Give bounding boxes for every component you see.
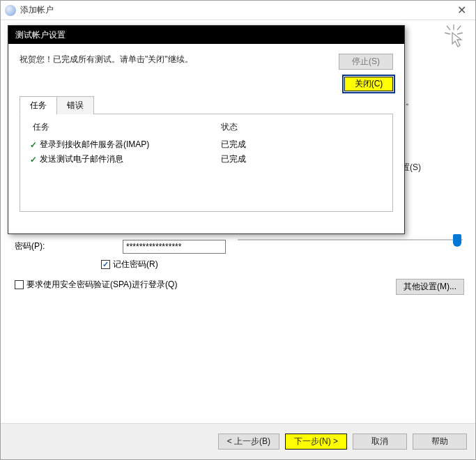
- cancel-button[interactable]: 取消: [353, 434, 407, 450]
- check-icon: ✓: [27, 155, 40, 164]
- help-button[interactable]: 帮助: [413, 434, 467, 450]
- titlebar: 添加帐户 ✕: [1, 1, 475, 20]
- dialog-title: 测试帐户设置: [8, 26, 404, 44]
- task-status: 已完成: [221, 153, 246, 165]
- table-row: ✓ 发送测试电子邮件消息 已完成: [27, 152, 385, 167]
- spa-checkbox[interactable]: 要求使用安全密码验证(SPA)进行登录(Q): [15, 279, 177, 291]
- svg-line-2: [457, 33, 463, 34]
- spa-label: 要求使用安全密码验证(SPA)进行登录(Q): [26, 279, 177, 291]
- app-icon: [5, 5, 16, 16]
- other-settings-button[interactable]: 其他设置(M)...: [396, 279, 464, 295]
- svg-line-4: [457, 26, 461, 30]
- task-name: 发送测试电子邮件消息: [40, 153, 221, 165]
- task-table: 任务 状态 ✓ 登录到接收邮件服务器(IMAP) 已完成 ✓ 发送测试电子邮件消…: [20, 114, 393, 212]
- stop-button[interactable]: 停止(S): [339, 54, 393, 70]
- dialog-tabs: 任务 错误: [20, 95, 393, 114]
- task-status: 已完成: [221, 139, 246, 151]
- next-button[interactable]: 下一步(N) >: [285, 434, 347, 450]
- check-icon: ✓: [27, 140, 40, 150]
- close-button[interactable]: 关闭(C): [344, 77, 393, 91]
- checkbox-icon: [15, 280, 24, 289]
- tab-tasks[interactable]: 任务: [20, 96, 57, 114]
- col-task: 任务: [33, 121, 221, 133]
- remember-password-label: 记住密码(R): [113, 259, 158, 270]
- close-icon[interactable]: ✕: [447, 1, 475, 20]
- col-status: 状态: [221, 121, 238, 133]
- add-account-window: 添加帐户 ✕ 误。 置(S) 密码(P): 记住密码(R) 要求使用安全密码验证…: [0, 0, 476, 460]
- password-label: 密码(P):: [15, 240, 45, 252]
- back-button[interactable]: < 上一步(B): [218, 434, 279, 450]
- dialog-message: 祝贺您！已完成所有测试。请单击"关闭"继续。: [20, 54, 330, 66]
- test-account-dialog: 测试帐户设置 祝贺您！已完成所有测试。请单击"关闭"继续。 停止(S) 关闭(C…: [8, 25, 405, 234]
- checkbox-icon: [101, 260, 110, 269]
- task-name: 登录到接收邮件服务器(IMAP): [40, 139, 221, 151]
- wizard-footer: < 上一步(B) 下一步(N) > 取消 帮助: [1, 423, 475, 459]
- window-title: 添加帐户: [20, 4, 447, 16]
- password-field[interactable]: [123, 240, 226, 254]
- remember-password-checkbox[interactable]: 记住密码(R): [101, 259, 158, 270]
- table-row: ✓ 登录到接收邮件服务器(IMAP) 已完成: [27, 137, 385, 152]
- dialog-body: 祝贺您！已完成所有测试。请单击"关闭"继续。 停止(S) 关闭(C) 任务 错误…: [8, 44, 404, 219]
- task-table-header: 任务 状态: [27, 120, 385, 137]
- click-cursor-icon: [442, 23, 466, 51]
- slider-thumb[interactable]: [453, 234, 461, 247]
- svg-line-1: [445, 33, 450, 34]
- slider-track[interactable]: [238, 239, 463, 240]
- tab-errors[interactable]: 错误: [56, 96, 94, 114]
- svg-line-3: [447, 26, 450, 30]
